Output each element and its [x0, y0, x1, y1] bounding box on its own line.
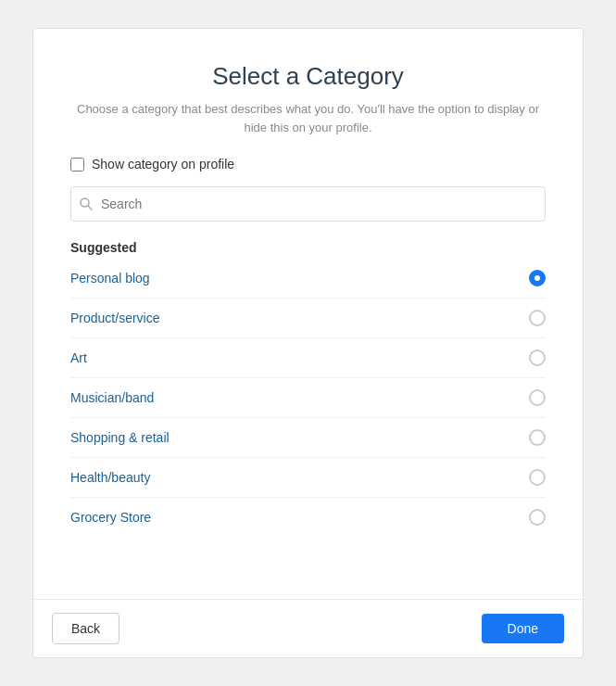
radio-art[interactable]: [529, 349, 546, 366]
category-name-grocery-store: Grocery Store: [70, 510, 151, 525]
suggested-section-label: Suggested: [70, 240, 546, 255]
search-wrapper: [70, 186, 546, 222]
done-button[interactable]: Done: [482, 614, 564, 643]
svg-line-1: [88, 206, 92, 210]
category-item-shopping-retail[interactable]: Shopping & retail: [70, 418, 546, 458]
category-item-grocery-store[interactable]: Grocery Store: [70, 498, 546, 537]
radio-grocery-store[interactable]: [529, 509, 546, 526]
category-name-art: Art: [70, 350, 87, 365]
category-name-personal-blog: Personal blog: [70, 271, 150, 286]
show-category-label: Show category on profile: [92, 157, 234, 172]
radio-health-beauty[interactable]: [529, 469, 546, 486]
back-button[interactable]: Back: [52, 613, 119, 644]
radio-musician-band[interactable]: [529, 389, 546, 406]
category-list: Personal blogProduct/serviceArtMusician/…: [70, 259, 546, 537]
radio-product-service[interactable]: [529, 310, 546, 326]
radio-shopping-retail[interactable]: [529, 429, 546, 446]
card-body: Select a Category Choose a category that…: [33, 29, 583, 599]
radio-personal-blog[interactable]: [529, 270, 546, 286]
category-item-musician-band[interactable]: Musician/band: [70, 378, 546, 418]
category-name-product-service: Product/service: [70, 311, 159, 325]
category-item-product-service[interactable]: Product/service: [70, 299, 546, 338]
search-icon: [80, 197, 93, 210]
select-category-card: Select a Category Choose a category that…: [32, 28, 584, 658]
page-title: Select a Category: [70, 62, 546, 91]
card-footer: Back Done: [33, 599, 583, 657]
page-subtitle: Choose a category that best describes wh…: [70, 100, 546, 136]
category-name-shopping-retail: Shopping & retail: [70, 430, 170, 445]
search-input[interactable]: [70, 186, 546, 222]
show-category-checkbox[interactable]: [70, 158, 84, 172]
category-item-health-beauty[interactable]: Health/beauty: [70, 458, 546, 498]
category-item-personal-blog[interactable]: Personal blog: [70, 259, 546, 299]
show-category-row: Show category on profile: [70, 157, 546, 172]
category-name-musician-band: Musician/band: [70, 390, 154, 405]
category-item-art[interactable]: Art: [70, 338, 546, 378]
category-name-health-beauty: Health/beauty: [70, 470, 150, 485]
